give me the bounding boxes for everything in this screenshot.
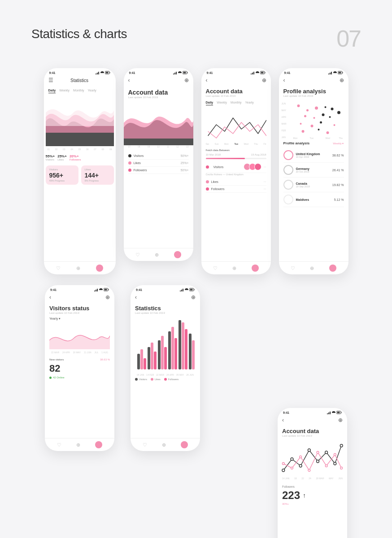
svg-point-22 [297, 104, 300, 107]
svg-point-34 [320, 121, 322, 124]
profile-de: Germany 20 Oct 2018 26.41 % [283, 163, 344, 178]
status-bar-1: 9:41 [44, 68, 116, 75]
svg-point-78 [325, 465, 327, 467]
svg-point-67 [299, 464, 302, 467]
nav-statistics: ☰ Statistics [44, 75, 116, 85]
metric-visitors: Visitors 956+ 49% Progress [46, 165, 78, 185]
search-icon-11[interactable]: ⊕ [162, 442, 166, 448]
svg-rect-40 [105, 289, 107, 291]
search-icon-10[interactable]: ⊕ [191, 294, 196, 300]
line-chart-svg [201, 109, 271, 143]
search-icon-8[interactable]: ⊕ [105, 294, 110, 300]
bar-legend: Visitors Likes Followers [135, 378, 196, 381]
search-icon-3[interactable]: ⊕ [155, 252, 159, 258]
svg-point-76 [308, 469, 310, 472]
dot-line-svg [278, 439, 347, 477]
bottom-nav-4: ♡ ⊕ [279, 261, 348, 274]
search-icon-5[interactable]: ⊕ [232, 265, 236, 271]
avatar-4[interactable] [329, 265, 336, 272]
svg-point-26 [331, 108, 333, 110]
tab-monthly[interactable]: Monthly [73, 89, 84, 93]
avatar[interactable] [96, 265, 103, 272]
x-labels-2: 07 08 09 10 11 12 13 [124, 145, 193, 148]
stat-visitors: 55%+ Visitors [46, 154, 55, 161]
search-icon-7[interactable]: ⊕ [310, 265, 314, 271]
svg-point-38 [326, 131, 329, 134]
avatar-5[interactable] [95, 441, 102, 448]
heart-icon[interactable]: ♡ [56, 265, 61, 271]
heart-icon-3[interactable]: ♡ [213, 265, 218, 271]
svg-point-66 [291, 458, 293, 460]
small-wave-svg [49, 322, 110, 349]
heart-icon-6[interactable]: ♡ [143, 442, 147, 448]
svg-rect-4 [183, 72, 186, 74]
tab-yearly[interactable]: Yearly [88, 89, 96, 93]
bottom-nav-2: ♡ ⊕ [124, 248, 193, 261]
avatar-2[interactable] [174, 251, 181, 258]
svg-text:MAR: MAR [281, 122, 287, 125]
svg-point-75 [300, 456, 302, 458]
search-icon-12[interactable]: ⊕ [338, 417, 343, 423]
status-bar-3: 9:41 [201, 68, 271, 75]
tab-monthly-2[interactable]: Monthly [231, 101, 242, 105]
stats-row: 55%+ Visitors 25%+ Likes 20%+ Followers [46, 152, 114, 163]
svg-point-32 [300, 123, 301, 125]
menu-icon[interactable]: ☰ [48, 77, 53, 83]
status-bar-6: 9:41 [131, 285, 200, 292]
svg-rect-8 [265, 72, 265, 74]
page-wrapper: Statistics & charts 07 9:41 [0, 0, 392, 538]
svg-rect-41 [109, 289, 109, 291]
svg-point-73 [282, 463, 284, 465]
search-icon[interactable]: ⊕ [76, 265, 80, 271]
svg-rect-63 [337, 412, 340, 413]
svg-rect-45 [137, 354, 140, 369]
heart-icon-4[interactable]: ♡ [291, 265, 295, 271]
tabs-statistics: Daily Weekly Monthly Yearly [44, 87, 116, 95]
phone-account-data-2: 9:41 ‹ ⊕ Account data La [201, 68, 271, 274]
list-followers-2: Followers ··· [206, 186, 266, 193]
phones-row-3: 9:41 ‹ ⊕ Account data La [22, 462, 370, 538]
search-icon-9[interactable]: ⊕ [76, 442, 80, 448]
page-header: Statistics & charts 07 [0, 0, 392, 64]
tab-weekly-2[interactable]: Weekly [217, 101, 227, 105]
back-icon-6[interactable]: ‹ [135, 294, 137, 300]
status-bar-4: 9:41 [279, 68, 348, 75]
svg-point-25 [324, 106, 326, 108]
search-icon-4[interactable]: ⊕ [262, 77, 266, 83]
svg-point-36 [301, 130, 304, 133]
bottom-nav-6: ♡ ⊕ [131, 438, 200, 451]
phones-grid: 9:41 ☰ Statistics Daily [0, 64, 392, 538]
svg-point-28 [313, 117, 315, 119]
list-followers: Followers 50%+ [128, 167, 189, 174]
tab-daily-2[interactable]: Daily [206, 101, 213, 105]
heart-icon-5[interactable]: ♡ [57, 442, 61, 448]
avatar-6[interactable] [181, 441, 188, 448]
account-list-1: Visitors 50%+ Likes 25%+ [124, 150, 193, 248]
bottom-nav-1: ♡ ⊕ [44, 261, 116, 274]
tab-daily[interactable]: Daily [48, 89, 56, 93]
avatar-3[interactable] [252, 265, 259, 272]
svg-point-79 [334, 454, 336, 456]
svg-text:JUN: JUN [281, 102, 286, 105]
back-icon-7[interactable]: ‹ [282, 417, 284, 423]
svg-text:FEB: FEB [281, 129, 286, 132]
back-icon-5[interactable]: ‹ [49, 294, 51, 300]
status-bar-5: 9:41 [45, 285, 114, 292]
page-title: Statistics & charts [31, 27, 127, 41]
metric-cards: Visitors 956+ 49% Progress Likes 144+ 9%… [46, 165, 114, 185]
tab-weekly[interactable]: Weekly [59, 89, 70, 93]
svg-rect-56 [174, 338, 177, 369]
wave-svg-2 [124, 100, 193, 145]
heart-icon-2[interactable]: ♡ [135, 252, 140, 258]
svg-rect-2 [109, 72, 110, 74]
svg-point-74 [291, 467, 293, 469]
svg-text:JAN: JAN [281, 136, 286, 139]
svg-point-70 [325, 451, 328, 454]
back-icon-2[interactable]: ‹ [206, 77, 208, 83]
svg-rect-55 [171, 327, 174, 369]
back-icon-3[interactable]: ‹ [283, 77, 285, 83]
tab-yearly-2[interactable]: Yearly [245, 101, 254, 105]
search-icon-2[interactable]: ⊕ [184, 77, 189, 83]
back-icon[interactable]: ‹ [128, 77, 130, 83]
search-icon-6[interactable]: ⊕ [340, 77, 344, 83]
